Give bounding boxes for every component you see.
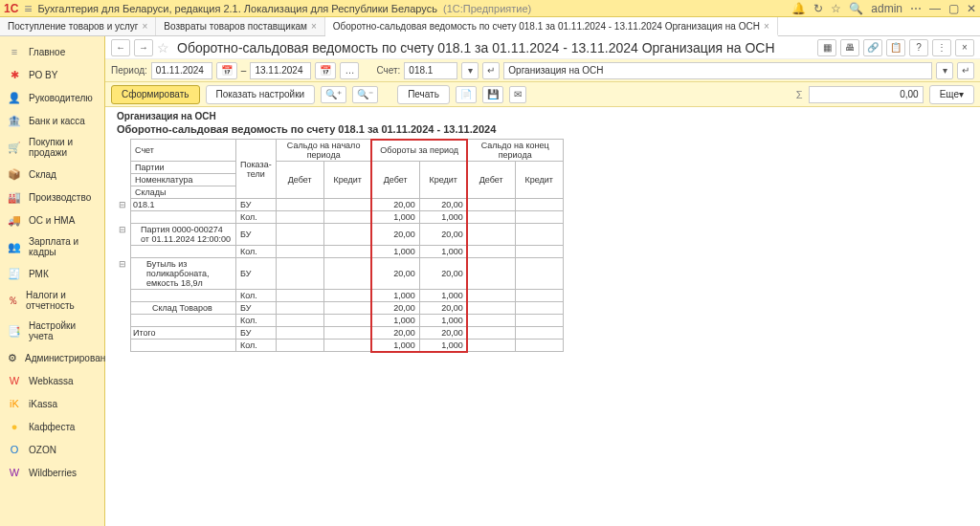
sidebar-item[interactable]: 👤Руководителю bbox=[0, 86, 104, 109]
org-pick-button[interactable]: ▾ bbox=[936, 62, 953, 79]
tab-close-icon[interactable]: × bbox=[764, 21, 769, 32]
tab-incoming[interactable]: Поступление товаров и услуг× bbox=[0, 17, 156, 35]
sidebar-icon: ● bbox=[8, 420, 21, 433]
tab-report[interactable]: Оборотно-сальдовая ведомость по счету 01… bbox=[325, 17, 778, 36]
save-icon[interactable]: 💾 bbox=[482, 86, 503, 103]
sidebar-icon: ⚙ bbox=[8, 351, 17, 364]
period-from-input[interactable]: 01.11.2024 bbox=[151, 62, 212, 79]
sidebar-icon: W bbox=[8, 466, 21, 479]
form-report-button[interactable]: Сформировать bbox=[111, 85, 200, 104]
settings-icon[interactable]: ⋯ bbox=[910, 2, 922, 15]
table-row[interactable]: Кол.1,0001,000 bbox=[115, 211, 563, 224]
sidebar-item[interactable]: OOZON bbox=[0, 438, 104, 461]
sidebar-item[interactable]: 🚚ОС и НМА bbox=[0, 208, 104, 231]
tool-icon[interactable]: 🖶 bbox=[840, 39, 859, 56]
sidebar-item[interactable]: iKiKassa bbox=[0, 392, 104, 415]
tab-close-icon[interactable]: × bbox=[311, 21, 317, 32]
help-icon[interactable]: ? bbox=[909, 39, 928, 56]
sidebar-item-label: Руководителю bbox=[29, 93, 93, 103]
tool-icon[interactable]: 📋 bbox=[886, 39, 905, 56]
sigma-icon: Σ bbox=[796, 89, 803, 100]
cell-turnover-credit: 1,000 bbox=[419, 246, 467, 258]
zoom-in-icon[interactable]: 🔍⁺ bbox=[321, 86, 346, 103]
calendar-icon[interactable]: 📅 bbox=[315, 62, 336, 79]
export-icon[interactable]: 📄 bbox=[456, 86, 477, 103]
cell-turnover-credit: 20,00 bbox=[419, 224, 467, 246]
table-row[interactable]: ⊟Бутыль из поликарбоната, емкость 18,9лБ… bbox=[115, 258, 563, 290]
table-row[interactable]: Кол.1,0001,000 bbox=[115, 340, 563, 352]
favorite-icon[interactable]: ☆ bbox=[831, 2, 841, 15]
col-indicator: Показа- тели bbox=[236, 140, 277, 199]
maximize-icon[interactable]: ▢ bbox=[948, 2, 959, 15]
user-label[interactable]: admin bbox=[871, 2, 902, 15]
tab-label: Поступление товаров и услуг bbox=[8, 21, 138, 32]
sidebar-icon: 📦 bbox=[8, 167, 21, 181]
favorite-star-icon[interactable]: ☆ bbox=[157, 40, 169, 55]
account-input[interactable]: 018.1 bbox=[404, 62, 457, 79]
cell-turnover-debit: 1,000 bbox=[371, 246, 419, 258]
close-report-icon[interactable]: × bbox=[955, 39, 974, 56]
table-row[interactable]: ⊟Партия 0000-000274 от 01.11.2024 12:00:… bbox=[115, 224, 563, 246]
history-icon[interactable]: ↻ bbox=[813, 2, 823, 15]
close-icon[interactable]: ✕ bbox=[967, 2, 976, 15]
print-button[interactable]: Печать bbox=[397, 85, 450, 104]
sidebar-item[interactable]: WWildberries bbox=[0, 461, 104, 484]
sidebar-item[interactable]: 👥Зарплата и кадры bbox=[0, 231, 104, 262]
period-to-input[interactable]: 13.11.2024 bbox=[250, 62, 311, 79]
sidebar-item[interactable]: ✱РО BY bbox=[0, 63, 104, 86]
col-credit: Кредит bbox=[419, 162, 467, 199]
tab-returns[interactable]: Возвраты товаров поставщикам× bbox=[156, 17, 324, 35]
more-button[interactable]: Еще ▾ bbox=[929, 85, 974, 104]
burger-icon[interactable]: ≡ bbox=[24, 1, 32, 16]
sidebar-icon: O bbox=[8, 443, 21, 456]
sidebar-item[interactable]: 🏭Производство bbox=[0, 186, 104, 208]
account-pick-button[interactable]: ▾ bbox=[461, 62, 479, 79]
sidebar-item[interactable]: ％Налоги и отчетность bbox=[0, 285, 104, 316]
sidebar-item-label: Производство bbox=[29, 192, 91, 203]
table-row[interactable]: Кол.1,0001,000 bbox=[115, 315, 563, 327]
cell-turnover-credit: 20,00 bbox=[419, 302, 467, 315]
sidebar-item[interactable]: 📑Настройки учета bbox=[0, 316, 104, 346]
cell-turnover-debit: 20,00 bbox=[371, 258, 419, 290]
sidebar-item[interactable]: ●Каффеста bbox=[0, 415, 104, 438]
sidebar-item[interactable]: 🏦Банк и касса bbox=[0, 109, 104, 132]
table-row[interactable]: ИтогоБУ20,0020,00 bbox=[115, 327, 563, 340]
table-row[interactable]: ⊟018.1БУ20,0020,00 bbox=[115, 199, 563, 211]
sidebar-item[interactable]: ≡Главное bbox=[0, 40, 104, 63]
zoom-out-icon[interactable]: 🔍⁻ bbox=[352, 86, 378, 103]
show-settings-button[interactable]: Показать настройки bbox=[206, 85, 316, 104]
nav-forward-button[interactable]: → bbox=[134, 39, 153, 56]
nav-back-button[interactable]: ← bbox=[111, 39, 130, 56]
org-open-button[interactable]: ↵ bbox=[957, 62, 974, 79]
report-subtitle: Оборотно-сальдовая ведомость по счету 01… bbox=[115, 121, 978, 139]
tab-close-icon[interactable]: × bbox=[142, 21, 147, 32]
org-input[interactable]: Организация на ОСН bbox=[503, 62, 932, 79]
search-icon[interactable]: 🔍 bbox=[849, 2, 863, 15]
period-pick-button[interactable]: … bbox=[340, 62, 359, 79]
report-body[interactable]: Организация на ОСН Оборотно-сальдовая ве… bbox=[105, 107, 980, 526]
account-open-button[interactable]: ↵ bbox=[482, 62, 500, 79]
calendar-icon[interactable]: 📅 bbox=[216, 62, 237, 79]
sidebar-item[interactable]: 🧾РМК bbox=[0, 262, 104, 285]
cell-turnover-credit: 20,00 bbox=[419, 327, 467, 340]
bell-icon[interactable]: 🔔 bbox=[791, 2, 806, 15]
sidebar-item[interactable]: WWebkassa bbox=[0, 369, 104, 392]
report-title: Оборотно-сальдовая ведомость по счету 01… bbox=[177, 40, 775, 55]
minimize-icon[interactable]: — bbox=[929, 2, 941, 15]
sidebar-item-label: Главное bbox=[29, 47, 65, 57]
colgroup-turnover: Обороты за период bbox=[371, 140, 467, 162]
more-icon[interactable]: ⋮ bbox=[932, 39, 951, 56]
sidebar-item[interactable]: ⚙Администрирование bbox=[0, 346, 104, 369]
mail-icon[interactable]: ✉ bbox=[509, 86, 526, 103]
table-row[interactable]: Кол.1,0001,000 bbox=[115, 246, 563, 258]
cell-turnover-credit: 20,00 bbox=[419, 199, 467, 211]
sidebar-item-label: ОС и НМА bbox=[29, 215, 75, 226]
tool-icon[interactable]: 🔗 bbox=[863, 39, 882, 56]
col-debit: Дебет bbox=[467, 162, 515, 199]
table-row[interactable]: Кол.1,0001,000 bbox=[115, 290, 563, 302]
sidebar-item[interactable]: 📦Склад bbox=[0, 163, 104, 186]
sidebar-item[interactable]: 🛒Покупки и продажи bbox=[0, 132, 104, 163]
sidebar-item-label: Склад bbox=[29, 169, 56, 180]
tool-icon[interactable]: ▦ bbox=[817, 39, 836, 56]
table-row[interactable]: Склад ТоваровБУ20,0020,00 bbox=[115, 302, 563, 315]
